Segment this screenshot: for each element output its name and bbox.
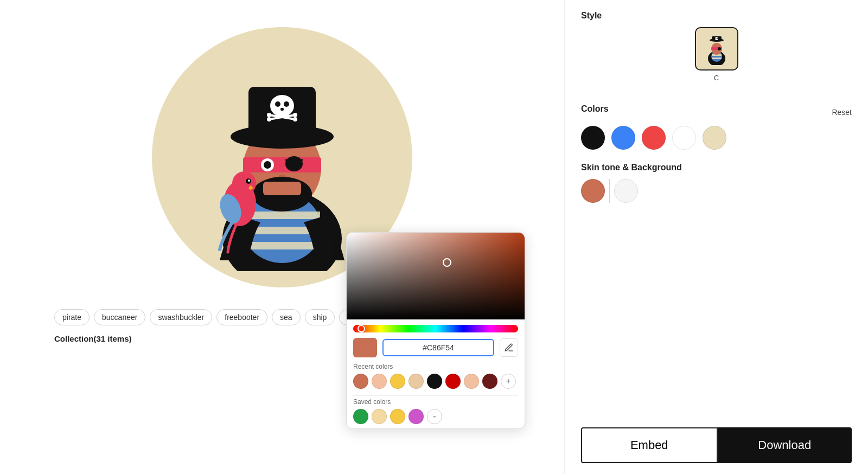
svg-point-12 <box>264 161 271 169</box>
skin-swatches <box>581 179 852 203</box>
color-swatches <box>581 126 852 150</box>
style-section: Style <box>581 11 852 82</box>
svg-point-25 <box>293 113 297 117</box>
colors-section: Colors Reset <box>581 104 852 150</box>
style-option-c[interactable]: C <box>581 27 852 82</box>
recent-swatch-6[interactable] <box>464 374 479 389</box>
download-button[interactable]: Download <box>718 427 852 463</box>
tag-freebooter[interactable]: freebooter <box>216 309 267 325</box>
picker-controls <box>347 332 525 363</box>
swatch-black[interactable] <box>581 126 605 150</box>
tag-ship[interactable]: ship <box>305 309 335 325</box>
svg-point-9 <box>285 156 303 171</box>
recent-swatch-5[interactable] <box>445 374 461 389</box>
recent-swatch-1[interactable] <box>372 374 387 389</box>
svg-point-40 <box>718 47 721 50</box>
eyedropper-button[interactable] <box>500 338 518 357</box>
color-preview-swatch <box>353 338 377 357</box>
style-title: Style <box>581 11 852 21</box>
picker-cursor <box>443 258 451 267</box>
hex-input[interactable] <box>382 339 494 356</box>
divider-1 <box>581 93 852 93</box>
recent-colors-label: Recent colors <box>353 363 518 370</box>
svg-point-30 <box>232 171 256 195</box>
add-recent-button[interactable]: + <box>501 374 516 389</box>
svg-rect-5 <box>244 242 320 249</box>
tag-pirate[interactable]: pirate <box>54 309 90 325</box>
separator-mini <box>353 395 518 396</box>
collection-info: Collection(31 items) <box>22 334 132 343</box>
saved-swatch-0[interactable] <box>353 409 368 424</box>
recent-swatch-0[interactable] <box>353 374 368 389</box>
svg-point-24 <box>267 113 271 117</box>
recent-swatch-4[interactable] <box>427 374 442 389</box>
saved-swatch-3[interactable] <box>409 409 424 424</box>
svg-point-18 <box>270 95 294 117</box>
saved-swatch-1[interactable] <box>372 409 387 424</box>
svg-point-27 <box>293 117 297 121</box>
action-buttons: Embed Download <box>581 427 852 463</box>
tag-sea[interactable]: sea <box>272 309 301 325</box>
hue-thumb <box>358 325 365 332</box>
right-panel: Style <box>564 0 868 474</box>
picker-gradient[interactable] <box>347 233 525 319</box>
swatch-cream[interactable] <box>703 126 726 150</box>
svg-point-20 <box>284 101 289 107</box>
picker-hue-bar[interactable] <box>353 325 518 332</box>
skin-bg-section: Skin tone & Background <box>581 163 852 203</box>
colors-header: Colors Reset <box>581 104 852 120</box>
swatch-red[interactable] <box>642 126 666 150</box>
saved-swatches: - <box>353 409 518 424</box>
skin-swatch-brown[interactable] <box>581 179 605 203</box>
svg-point-32 <box>248 180 250 182</box>
saved-colors-label: Saved colors <box>353 398 518 406</box>
recent-colors-section: Recent colors + <box>347 363 525 393</box>
saved-swatch-2[interactable] <box>390 409 405 424</box>
skin-swatch-bg[interactable] <box>614 179 638 203</box>
svg-rect-8 <box>243 157 321 172</box>
collection-label: Collection <box>54 334 94 343</box>
swatch-blue[interactable] <box>611 126 635 150</box>
skin-bg-title: Skin tone & Background <box>581 163 852 172</box>
remove-saved-button[interactable]: - <box>427 409 442 424</box>
svg-point-19 <box>275 101 280 107</box>
recent-swatch-7[interactable] <box>482 374 497 389</box>
skin-divider <box>609 179 610 203</box>
style-option-label: C <box>714 74 719 82</box>
recent-swatch-2[interactable] <box>390 374 405 389</box>
recent-swatch-3[interactable] <box>409 374 424 389</box>
svg-rect-21 <box>280 108 284 111</box>
embed-button[interactable]: Embed <box>581 427 718 463</box>
saved-colors-section: Saved colors - <box>347 398 525 428</box>
tag-swashbuckler[interactable]: swashbuckler <box>150 309 212 325</box>
svg-rect-15 <box>263 182 301 195</box>
svg-point-26 <box>267 117 271 121</box>
tag-buccaneer[interactable]: buccaneer <box>94 309 145 325</box>
recent-swatches: + <box>353 374 518 389</box>
reset-button[interactable]: Reset <box>832 108 852 117</box>
svg-point-45 <box>715 38 716 39</box>
swatch-white[interactable] <box>672 126 696 150</box>
collection-count: (31 items) <box>94 334 132 343</box>
svg-rect-37 <box>712 57 722 59</box>
svg-point-46 <box>717 38 718 39</box>
style-thumb[interactable] <box>695 27 738 71</box>
colors-title: Colors <box>581 104 609 114</box>
color-picker-popup: Recent colors + Saved colors <box>346 232 525 429</box>
svg-rect-3 <box>244 212 320 219</box>
